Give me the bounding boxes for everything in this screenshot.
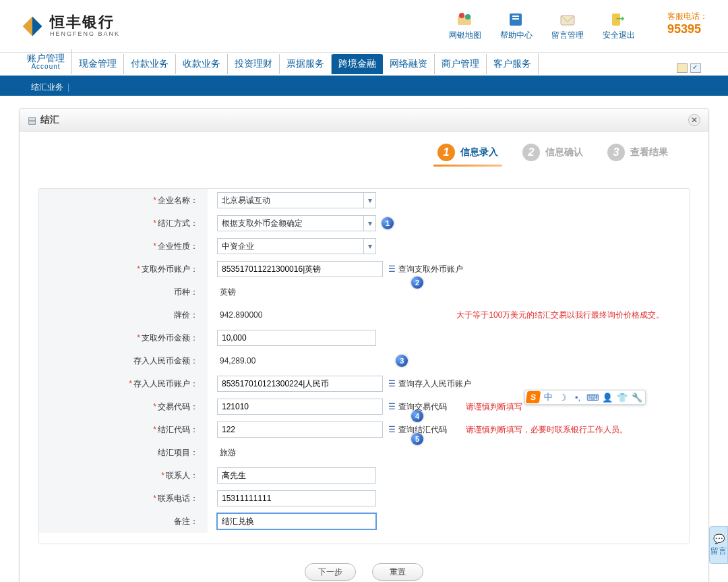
- svg-rect-6: [512, 16, 519, 17]
- lookup-rmbaccount-label: 查询存入人民币账户: [398, 378, 471, 390]
- layout-toggle-2[interactable]: [690, 63, 701, 73]
- label-fxamount: 支取外币金额：: [142, 332, 198, 344]
- input-txcode[interactable]: [217, 399, 383, 415]
- chevron-down-icon: ▾: [363, 239, 375, 254]
- next-button[interactable]: 下一步: [305, 563, 356, 581]
- topicon-help[interactable]: 帮助中心: [500, 11, 533, 41]
- nav-account[interactable]: 账户管理 Account: [20, 49, 72, 74]
- nav-customer[interactable]: 客户服务: [487, 54, 539, 74]
- map-icon: [456, 11, 475, 28]
- value-jhitem: 旅游: [217, 447, 236, 459]
- nav-account-cn: 账户管理: [27, 53, 65, 63]
- ime-moon-icon[interactable]: ☽: [556, 391, 570, 403]
- svg-point-3: [459, 13, 464, 18]
- topicon-map[interactable]: 网银地图: [449, 11, 481, 41]
- label-currency: 币种：: [174, 287, 198, 298]
- value-rmbamount: 94,289.00: [217, 356, 255, 366]
- step-3-label: 查看结果: [630, 146, 668, 158]
- lookup-fxaccount[interactable]: ☰查询支取外币账户: [388, 264, 463, 275]
- topicon-logout-label: 安全退出: [603, 30, 635, 41]
- lookup-fxaccount-label: 查询支取外币账户: [398, 264, 463, 275]
- label-method: 结汇方式：: [158, 218, 198, 229]
- annotation-4: 4: [411, 410, 423, 422]
- svg-rect-7: [512, 18, 519, 20]
- subnav-jiehui[interactable]: 结汇业务: [27, 82, 67, 93]
- list-icon: ☰: [388, 402, 396, 411]
- ime-comma-icon[interactable]: •,: [571, 391, 584, 403]
- label-txcode: 交易代码：: [158, 401, 198, 413]
- layout-toggle-1[interactable]: [677, 63, 688, 73]
- panel-title: 结汇: [40, 114, 59, 126]
- nav-crossborder[interactable]: 跨境金融: [332, 54, 383, 74]
- nav-merchant[interactable]: 商户管理: [435, 54, 487, 74]
- step-2: 2 信息确认: [522, 144, 583, 161]
- hotline: 客服电话： 95395: [667, 11, 708, 36]
- ime-keyboard-icon[interactable]: ⌨: [586, 391, 599, 403]
- label-jhitem: 结汇项目：: [158, 447, 198, 459]
- top-bar: 恒丰银行 HENGFENG BANK 网银地图 帮助中心 留言管理 安全退出 客…: [0, 0, 728, 53]
- ime-skin-icon[interactable]: 👕: [615, 391, 629, 403]
- nav-bill[interactable]: 票据服务: [280, 54, 332, 74]
- nav-pay[interactable]: 付款业务: [124, 54, 176, 74]
- hotline-label: 客服电话：: [667, 11, 708, 22]
- ime-lang[interactable]: 中: [541, 391, 555, 403]
- label-company: 企业名称：: [158, 195, 198, 206]
- label-rate: 牌价：: [174, 310, 198, 321]
- chat-icon: 💬: [713, 533, 725, 544]
- input-phone[interactable]: [217, 490, 376, 506]
- select-company[interactable]: 北京易诚互动▾: [217, 192, 376, 208]
- select-nature[interactable]: 中资企业▾: [217, 238, 376, 254]
- label-rmbamount: 存入人民币金额：: [133, 355, 198, 367]
- lookup-rmbaccount[interactable]: ☰查询存入人民币账户: [388, 378, 471, 390]
- nav-receive[interactable]: 收款业务: [176, 54, 228, 74]
- input-fxaccount[interactable]: [217, 261, 383, 277]
- main-nav: 账户管理 Account 现金管理 付款业务 收款业务 投资理财 票据服务 跨境…: [0, 53, 728, 78]
- brand-logo: 恒丰银行 HENGFENG BANK: [20, 14, 120, 38]
- layout-toggles[interactable]: [677, 63, 701, 76]
- step-indicator: 1 信息录入 2 信息确认 3 查看结果: [20, 132, 708, 168]
- label-fxaccount: 支取外币账户：: [142, 264, 198, 275]
- nav-invest[interactable]: 投资理财: [228, 54, 280, 74]
- hint-jhcode: 请谨慎判断填写，必要时联系银行工作人员。: [466, 424, 628, 436]
- help-icon: [507, 11, 526, 28]
- svg-rect-9: [612, 13, 620, 26]
- input-remark[interactable]: [217, 513, 376, 529]
- nav-account-en: Account: [27, 63, 65, 71]
- select-company-value: 北京易诚互动: [222, 195, 270, 206]
- step-3: 3 查看结果: [607, 144, 668, 161]
- list-icon: ☰: [388, 425, 396, 434]
- nav-cash[interactable]: 现金管理: [72, 54, 124, 74]
- subnav-sep: |: [67, 82, 69, 92]
- sub-nav: 结汇业务 |: [0, 78, 728, 96]
- ime-toolbar[interactable]: S 中 ☽ •, ⌨ 👤 👕 🔧: [524, 390, 646, 405]
- brand-name-en: HENGFENG BANK: [50, 31, 120, 38]
- ime-tool-icon[interactable]: 🔧: [630, 391, 644, 403]
- topicon-msg[interactable]: 留言管理: [551, 11, 584, 41]
- input-jhcode[interactable]: [217, 421, 383, 438]
- label-contact: 联系人：: [166, 470, 198, 482]
- logo-icon: [20, 14, 44, 38]
- svg-marker-1: [32, 16, 42, 36]
- topicon-help-label: 帮助中心: [500, 30, 533, 41]
- annotation-3: 3: [396, 355, 408, 367]
- reset-button[interactable]: 重置: [372, 563, 423, 581]
- hotline-number: 95395: [667, 22, 708, 36]
- value-currency: 英镑: [217, 287, 236, 298]
- topicon-logout[interactable]: 安全退出: [603, 11, 635, 41]
- step-2-label: 信息确认: [545, 146, 583, 158]
- nav-netloan[interactable]: 网络融资: [383, 54, 435, 74]
- input-contact[interactable]: [217, 467, 376, 484]
- input-rmbaccount[interactable]: [217, 376, 383, 392]
- panel: ▤ 结汇 ✕ 1 信息录入 2 信息确认 3 查看结果: [19, 108, 709, 582]
- topicon-msg-label: 留言管理: [551, 30, 584, 41]
- doc-icon: ▤: [28, 115, 36, 125]
- step-1: 1 信息录入: [437, 144, 498, 161]
- envelope-icon: [558, 11, 577, 28]
- topicon-map-label: 网银地图: [449, 30, 481, 41]
- input-fxamount[interactable]: [217, 330, 376, 346]
- svg-point-4: [465, 14, 471, 20]
- ime-user-icon[interactable]: 👤: [601, 391, 614, 403]
- feedback-tab[interactable]: 💬 留言: [709, 526, 728, 564]
- select-method[interactable]: 根据支取外币金额确定▾: [217, 215, 376, 231]
- panel-close-button[interactable]: ✕: [688, 114, 700, 126]
